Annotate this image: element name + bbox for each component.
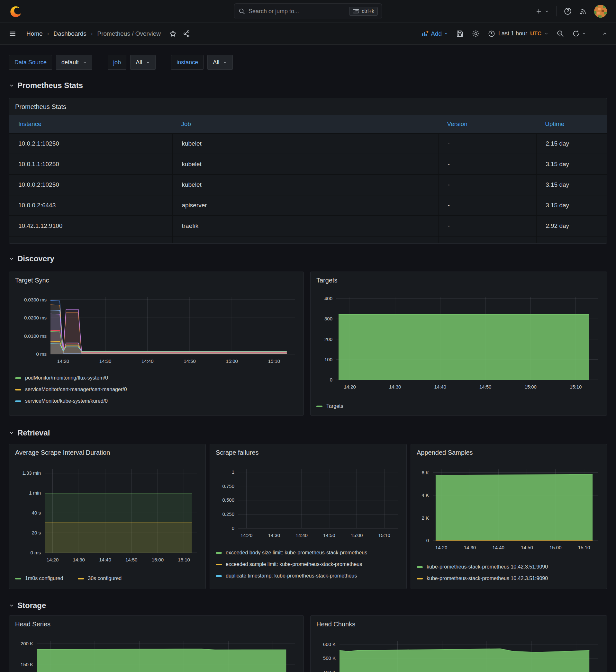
legend-item[interactable]: serviceMonitor/cert-manager/cert-manager… [15, 384, 298, 395]
legend-color-pill [417, 566, 423, 568]
grafana-logo[interactable] [9, 4, 22, 18]
svg-text:1: 1 [232, 469, 234, 475]
legend-label: duplicate timestamp: kube-prometheus-sta… [226, 573, 357, 579]
table-cell: - [438, 195, 536, 215]
dashboard-body: Data Source default job All instance All [0, 45, 616, 672]
legend-item[interactable]: exceeded sample limit: kube-prometheus-s… [216, 559, 401, 570]
table-row: 10.0.0.2:10250kubelet-3.15 day [9, 174, 607, 195]
chevron-down-icon [582, 31, 586, 36]
new-button[interactable] [535, 7, 549, 15]
panel-title[interactable]: Scrape failures [210, 444, 406, 461]
legend-item[interactable]: kube-prometheus-stack-prometheus 10.42.3… [417, 573, 601, 584]
chart-legend: 1m0s configured30s configured [9, 573, 205, 584]
chevron-up-icon[interactable] [602, 31, 608, 37]
user-avatar[interactable] [594, 5, 607, 18]
zoom-out-icon[interactable] [556, 30, 564, 38]
add-button[interactable]: Add [421, 30, 448, 38]
panel-appended-samples: Appended Samples 02 K4 K6 K14:2014:3014:… [411, 444, 607, 589]
table-cell: - [438, 175, 536, 195]
help-icon[interactable] [564, 7, 572, 15]
table-cell: kubelet [172, 175, 438, 195]
svg-text:0.250: 0.250 [222, 511, 234, 517]
panel-title[interactable]: Targets [311, 272, 607, 289]
head-chunks-chart[interactable]: 400 K500 K600 K14:2014:3014:4014:5015:00… [317, 639, 601, 672]
avg-scrape-chart[interactable]: 0 ms20 s40 s1 min1.33 min14:2014:3014:40… [15, 467, 200, 564]
svg-text:14:30: 14:30 [464, 545, 476, 550]
panel-title[interactable]: Appended Samples [411, 444, 607, 461]
filter-label-datasource: Data Source [9, 55, 52, 70]
section-retrieval[interactable]: Retrieval [9, 428, 607, 438]
panel-prometheus-stats: Prometheus Stats InstanceJobVersionUptim… [9, 98, 607, 244]
svg-text:0 ms: 0 ms [36, 351, 47, 357]
section-discovery[interactable]: Discovery [9, 254, 607, 264]
filter-label-instance: instance [171, 55, 203, 70]
svg-text:0: 0 [426, 538, 429, 543]
search-input[interactable]: Search or jump to... ctrl+k [234, 3, 382, 19]
table-header-instance[interactable]: Instance [9, 121, 172, 128]
svg-text:15:00: 15:00 [351, 533, 363, 538]
table-cell: 3.15 day [536, 154, 607, 174]
panel-head-series: Head Series 150 K200 K14:2014:3014:4014:… [9, 615, 304, 672]
table-header-uptime[interactable]: Uptime [536, 121, 607, 128]
refresh-button[interactable] [572, 30, 586, 38]
svg-text:15:10: 15:10 [178, 557, 190, 562]
legend-item[interactable]: 30s configured [78, 573, 121, 584]
table-header-version[interactable]: Version [438, 121, 536, 128]
panel-scrape-failures: Scrape failures 00.2500.5000.750114:2014… [210, 444, 407, 589]
svg-text:14:50: 14:50 [323, 533, 335, 538]
filter-value-instance[interactable]: All [207, 55, 233, 70]
head-series-chart[interactable]: 150 K200 K14:2014:3014:4014:5015:0015:10 [15, 639, 298, 672]
breadcrumb-dashboards[interactable]: Dashboards [53, 30, 86, 37]
breadcrumb-home[interactable]: Home [26, 30, 43, 37]
legend-item[interactable]: podMonitor/monitoring/flux-system/0 [15, 372, 298, 384]
panel-title[interactable]: Head Chunks [311, 616, 607, 632]
chevron-down-icon [146, 60, 150, 65]
svg-text:14:20: 14:20 [435, 545, 448, 550]
settings-gear-icon[interactable] [472, 30, 480, 38]
svg-text:400: 400 [325, 296, 333, 301]
legend-item[interactable]: duplicate timestamp: kube-prometheus-sta… [216, 570, 401, 582]
targets-chart[interactable]: 010020030040014:2014:3014:4014:5015:0015… [317, 295, 601, 391]
svg-text:14:30: 14:30 [99, 358, 112, 364]
scrape-failures-chart[interactable]: 00.2500.5000.750114:2014:3014:4014:5015:… [216, 467, 401, 540]
svg-text:0 ms: 0 ms [30, 550, 41, 555]
breadcrumb-current: Prometheus / Overview [97, 30, 160, 37]
svg-text:0.750: 0.750 [222, 483, 234, 489]
table-header-job[interactable]: Job [172, 121, 438, 128]
svg-text:0.0100 ms: 0.0100 ms [24, 333, 47, 339]
svg-text:150 K: 150 K [21, 662, 33, 667]
filter-value-job[interactable]: All [130, 55, 156, 70]
rss-icon[interactable] [579, 7, 587, 15]
target-sync-chart[interactable]: 0 ms0.0100 ms0.0200 ms0.0300 ms14:2014:3… [15, 295, 298, 366]
legend-label: serviceMonitor/cert-manager/cert-manager… [25, 387, 127, 392]
legend-item[interactable]: kube-prometheus-stack-prometheus 10.42.3… [417, 561, 601, 573]
panel-title[interactable]: Average Scrape Interval Duration [9, 444, 205, 461]
refresh-icon [572, 30, 580, 38]
legend-item[interactable]: serviceMonitor/kube-system/kured/0 [15, 395, 298, 407]
star-icon[interactable] [169, 30, 177, 38]
legend-item[interactable]: exceeded body size limit: kube-prometheu… [216, 547, 401, 559]
legend-item[interactable]: 1m0s configured [15, 573, 63, 584]
save-icon[interactable] [456, 30, 464, 38]
filter-value-datasource[interactable]: default [56, 55, 92, 70]
search-placeholder: Search or jump to... [248, 8, 346, 15]
table-cell: 2.92 day [536, 216, 607, 236]
svg-text:14:50: 14:50 [125, 557, 138, 562]
divider [556, 6, 557, 16]
menu-icon[interactable] [8, 30, 17, 38]
time-range-picker[interactable]: Last 1 hour UTC [488, 30, 549, 38]
svg-text:15:10: 15:10 [578, 545, 590, 550]
section-storage[interactable]: Storage [9, 601, 607, 610]
section-prometheus-stats[interactable]: Prometheus Stats [9, 81, 607, 90]
panel-title[interactable]: Head Series [9, 616, 303, 632]
legend-item[interactable]: Targets [317, 400, 601, 412]
share-icon[interactable] [183, 30, 190, 38]
legend-label: kube-prometheus-stack-prometheus 10.42.3… [427, 564, 548, 570]
panel-title[interactable]: Target Sync [9, 272, 303, 289]
panel-title[interactable]: Prometheus Stats [9, 98, 607, 115]
svg-text:14:50: 14:50 [183, 358, 196, 364]
chevron-down-icon [545, 9, 549, 13]
legend-color-pill [216, 575, 222, 577]
appended-samples-chart[interactable]: 02 K4 K6 K14:2014:3014:4014:5015:0015:10 [417, 467, 601, 552]
table-row [9, 236, 607, 243]
